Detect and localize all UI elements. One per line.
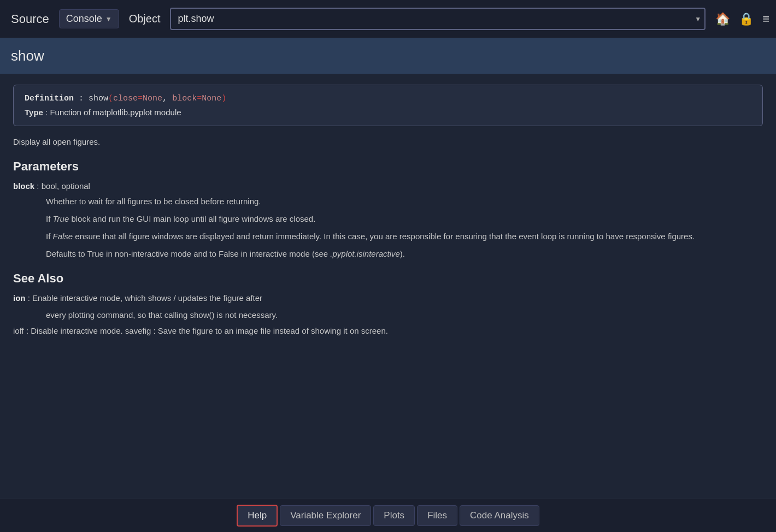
desc2-pre: If [46,214,53,223]
home-icon[interactable]: 🏠 [715,12,730,26]
ioff-line: ioff : Disable interactive mode. savefig… [13,326,763,335]
tab-files[interactable]: Files [417,505,457,526]
parameters-section: Parameters block : bool, optional Whethe… [13,159,763,261]
block-desc3: If False ensure that all figure windows … [46,230,763,243]
ion-entry: ion : Enable interactive mode, which sho… [13,293,763,303]
section-title: show [11,48,44,64]
description: Display all open figures. [13,137,763,146]
def-param2-name: block [172,94,197,103]
def-paren-close: ) [221,94,226,103]
def-equals2: = [197,94,202,103]
desc3-pre: If [46,232,53,241]
object-input-wrapper: ▼ [170,8,706,30]
definition-box: Definition : show(close=None, block=None… [13,85,763,126]
block-param-desc: Whether to wait for all figures to be cl… [46,195,763,261]
toolbar-icons: 🏠 🔒 ≡ [715,12,769,26]
tab-plots[interactable]: Plots [373,505,415,526]
section-title-bar: show [0,38,776,74]
desc3-post: ensure that all figure windows are displ… [73,232,695,241]
def-funcname: show [89,94,108,103]
desc4-code: .pyplot.isinteractive [330,249,400,258]
type-value: Function of matplotlib.pyplot module [50,108,181,117]
main-content: Definition : show(close=None, block=None… [0,74,776,499]
block-param: block : bool, optional [13,181,763,191]
desc4-end: ). [400,249,405,258]
tab-code-analysis[interactable]: Code Analysis [460,505,539,526]
definition-label: Definition [25,94,74,103]
console-button[interactable]: Console ▼ [59,9,119,28]
see-also-heading: See Also [13,271,763,286]
ion-term: ion [13,293,26,303]
lock-icon[interactable]: 🔒 [739,12,754,26]
ion-continuation: every plotting command, so that calling … [46,310,763,320]
tab-variable-explorer[interactable]: Variable Explorer [280,505,371,526]
parameters-heading: Parameters [13,159,763,174]
desc2-em: True [53,214,69,223]
object-input[interactable] [170,8,706,30]
bottom-tabs: Help Variable Explorer Plots Files Code … [0,499,776,532]
def-paren-open: ( [108,94,113,103]
desc2-post: block and run the GUI main loop until al… [69,214,315,223]
def-equals1: = [138,94,143,103]
def-param2-val: None [202,94,221,103]
object-label: Object [125,10,165,27]
desc4-pre: Defaults to True in non-interactive mode… [46,249,330,258]
console-dropdown-arrow[interactable]: ▼ [105,15,112,23]
ion-sep: : [26,293,33,303]
see-also-section: See Also ion : Enable interactive mode, … [13,271,763,335]
block-desc4: Defaults to True in non-interactive mode… [46,247,763,261]
block-param-name: block [13,181,34,191]
menu-icon[interactable]: ≡ [762,12,769,26]
desc3-em: False [53,232,73,241]
def-param1-name: close [113,94,138,103]
input-dropdown-arrow[interactable]: ▼ [695,15,701,23]
block-desc1: Whether to wait for all figures to be cl… [46,195,763,208]
console-label: Console [66,13,102,25]
tab-help[interactable]: Help [237,505,278,527]
block-param-sep: : [34,181,42,191]
block-desc2: If True block and run the GUI main loop … [46,212,763,226]
definition-line: Definition : show(close=None, block=None… [25,94,751,103]
ion-desc: Enable interactive mode, which shows / u… [32,293,262,303]
type-label: Type [25,108,43,117]
type-line: Type : Function of matplotlib.pyplot mod… [25,108,751,117]
source-button[interactable]: Source [7,10,54,28]
block-param-type: bool, optional [42,181,90,191]
toolbar: Source Console ▼ Object ▼ 🏠 🔒 ≡ [0,0,776,38]
def-param1-val: None [143,94,162,103]
